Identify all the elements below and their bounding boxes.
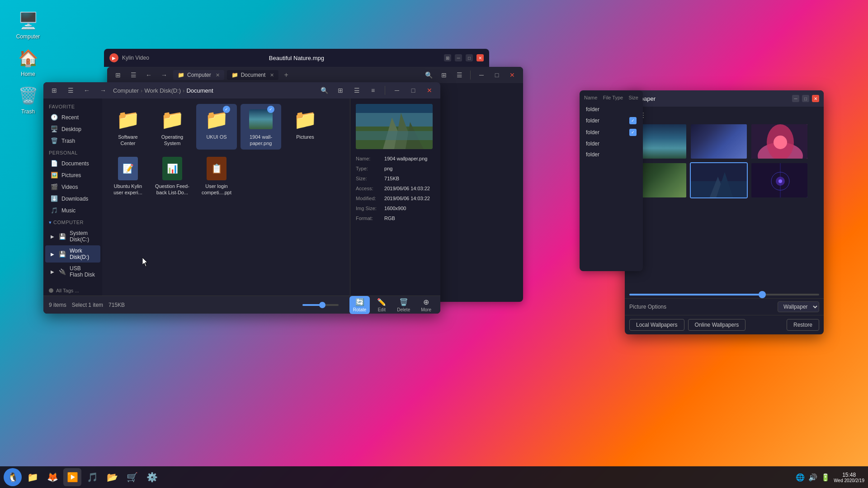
- file-name-wallpaper: 1904 wall-paper.png: [250, 134, 272, 147]
- file-item-user-login[interactable]: 📋 User logincompeti....ppt: [196, 153, 237, 199]
- check-3: ✓: [629, 129, 637, 136]
- tab-computer-close[interactable]: ✕: [216, 72, 220, 78]
- taskbar-folder-btn[interactable]: 📂: [103, 468, 121, 486]
- zoom-slider[interactable]: [302, 304, 339, 306]
- wallpaper-maximize[interactable]: □: [802, 95, 809, 102]
- start-btn[interactable]: 🐧: [4, 468, 22, 486]
- video-close-btn[interactable]: ✕: [476, 54, 484, 61]
- wallpaper-thumb-2[interactable]: [690, 123, 748, 160]
- recent-icon: 🕐: [51, 114, 58, 121]
- breadcrumb-computer[interactable]: Computer: [113, 87, 139, 94]
- taskbar-video-btn[interactable]: ▶️: [63, 468, 81, 486]
- minimize-btn[interactable]: ─: [391, 84, 403, 97]
- volume-icon[interactable]: 🔊: [808, 473, 817, 482]
- battery-icon[interactable]: 🔋: [821, 473, 830, 482]
- wallpaper-thumb-3[interactable]: [750, 123, 808, 160]
- wallpaper-thumb-5[interactable]: [690, 162, 748, 198]
- tab-document-close[interactable]: ✕: [270, 72, 274, 78]
- file-item-question-fb[interactable]: 📊 Question Feed-back List-Do...: [152, 153, 193, 199]
- more-btn[interactable]: ⊕ More: [417, 296, 435, 314]
- sidebar-item-systemdisk[interactable]: ▶ 💾 System Disk(C:): [45, 228, 100, 245]
- search-btn[interactable]: 🔍: [318, 84, 330, 97]
- sidebar-item-usb[interactable]: ▶ 🔌 USB Flash Disk: [45, 263, 100, 280]
- slider-thumb[interactable]: [319, 302, 326, 308]
- desktop-icon-home[interactable]: 🏠 Home: [10, 47, 46, 77]
- sidebar-item-videos[interactable]: 🎬 Videos: [45, 181, 100, 192]
- nav-back[interactable]: ←: [142, 69, 155, 81]
- toolbar-icon-grid[interactable]: ⊞: [112, 69, 124, 81]
- sort-btn[interactable]: ≡: [367, 84, 379, 97]
- ws-thumb[interactable]: [759, 291, 766, 298]
- file-icon-btn[interactable]: ⊞: [48, 84, 61, 97]
- tab-computer[interactable]: 📁 Computer ✕: [173, 70, 224, 80]
- file-item-wallpaper[interactable]: ✓ 1904 wall-paper.png: [241, 104, 281, 150]
- file-item-ukui[interactable]: 📁 ✓ UKUI OS: [196, 104, 237, 150]
- desktop-icon-computer[interactable]: 🖥️ Computer: [10, 10, 46, 40]
- taskbar-firefox-btn[interactable]: 🦊: [43, 468, 61, 486]
- file-item-operating-system[interactable]: 📁 OperatingSystem: [152, 104, 193, 150]
- file-list-btn[interactable]: ☰: [64, 84, 77, 97]
- file-nav-back[interactable]: ←: [80, 84, 93, 97]
- props-item-2[interactable]: folder ✓: [584, 115, 638, 127]
- maximize-btn[interactable]: □: [407, 84, 420, 97]
- taskbar-store-btn[interactable]: 🛒: [123, 468, 141, 486]
- props-item-1[interactable]: folder: [584, 104, 638, 115]
- file-item-pictures[interactable]: 📁 Pictures: [285, 104, 326, 150]
- wallpaper-close[interactable]: ✕: [812, 95, 819, 102]
- wallpaper-zoom-slider[interactable]: [629, 294, 819, 296]
- props-item-4[interactable]: folder: [584, 138, 638, 149]
- sidebar-item-music[interactable]: 🎵 Music: [45, 205, 100, 216]
- online-wallpapers-btn[interactable]: Online Wallpapers: [688, 319, 746, 331]
- wallpaper-thumb-6[interactable]: [750, 162, 808, 198]
- taskbar-music-btn[interactable]: 🎵: [83, 468, 101, 486]
- sidebar-item-workdisk[interactable]: ▶ 💾 Work Disk(D:): [45, 245, 100, 263]
- file-item-ubuntu-kylin[interactable]: 📝 Ubuntu Kylinuser experi...: [108, 153, 148, 199]
- local-wallpapers-btn[interactable]: Local Wallpapers: [629, 319, 684, 331]
- close-btn2[interactable]: ✕: [506, 69, 519, 81]
- desktop-icon-trash[interactable]: 🗑️ Trash: [10, 85, 46, 115]
- video-maximize-btn[interactable]: □: [466, 54, 473, 61]
- close-btn[interactable]: ✕: [423, 84, 436, 97]
- edit-btn[interactable]: ✏️ Edit: [373, 296, 390, 314]
- props-item-3[interactable]: folder ✓: [584, 127, 638, 138]
- breadcrumb-workdisk[interactable]: Work Disk(D:): [144, 87, 181, 94]
- preview-meta: Name: 1904 wallpaper.png Type: png Size:…: [356, 154, 435, 223]
- sidebar-item-desktop[interactable]: 🖥️ Desktop: [45, 123, 100, 135]
- video-grid-btn[interactable]: ⊞: [444, 54, 451, 61]
- toolbar-icon-list[interactable]: ☰: [127, 69, 140, 81]
- all-tags-btn[interactable]: All Tags ...: [43, 286, 102, 295]
- delete-btn[interactable]: 🗑️ Delete: [393, 296, 414, 314]
- sidebar-item-recent[interactable]: 🕐 Recent: [45, 112, 100, 123]
- taskbar-settings-btn[interactable]: ⚙️: [143, 468, 161, 486]
- network-icon[interactable]: 🌐: [796, 473, 805, 482]
- clock-time: 15:48: [834, 472, 864, 478]
- breadcrumb-document[interactable]: Document: [186, 87, 213, 94]
- file-item-software-center[interactable]: 📁 SoftwareCenter: [108, 104, 148, 150]
- documents-icon: 📄: [51, 160, 58, 167]
- minimize-btn2[interactable]: ─: [475, 69, 488, 81]
- view-list-btn[interactable]: ☰: [350, 84, 363, 97]
- wallpaper-type-select[interactable]: Wallpaper Stretch Center Tile: [778, 301, 819, 312]
- view-toggle2[interactable]: ⊞: [438, 69, 450, 81]
- props-item-5[interactable]: folder: [584, 149, 638, 160]
- video-minimize-btn[interactable]: ─: [455, 54, 462, 61]
- rotate-btn[interactable]: 🔄 Rotate: [349, 296, 370, 314]
- tab-add-btn[interactable]: +: [281, 71, 291, 79]
- preview-panel: Name: 1904 wallpaper.png Type: png Size:…: [350, 99, 440, 296]
- view-grid-btn[interactable]: ⊞: [334, 84, 347, 97]
- search-btn2[interactable]: 🔍: [422, 69, 435, 81]
- taskbar-files-btn[interactable]: 📁: [24, 468, 42, 486]
- sidebar-item-documents[interactable]: 📄 Documents: [45, 158, 100, 169]
- maximize-btn2[interactable]: □: [491, 69, 503, 81]
- clock[interactable]: 15:48 Wed 2020/2/19: [834, 472, 864, 483]
- wallpaper-minimize[interactable]: ─: [792, 95, 799, 102]
- view-list2[interactable]: ☰: [453, 69, 466, 81]
- restore-btn[interactable]: Restore: [787, 319, 819, 331]
- file-nav-forward[interactable]: →: [97, 84, 109, 97]
- tab-document[interactable]: 📁 Document ✕: [227, 70, 279, 80]
- sidebar-item-pictures[interactable]: 🖼️ Pictures: [45, 169, 100, 181]
- sidebar-item-trash[interactable]: 🗑️ Trash: [45, 135, 100, 146]
- picture-options-label: Picture Options: [629, 304, 666, 310]
- sidebar-item-downloads[interactable]: ⬇️ Downloads: [45, 193, 100, 204]
- nav-forward[interactable]: →: [158, 69, 170, 81]
